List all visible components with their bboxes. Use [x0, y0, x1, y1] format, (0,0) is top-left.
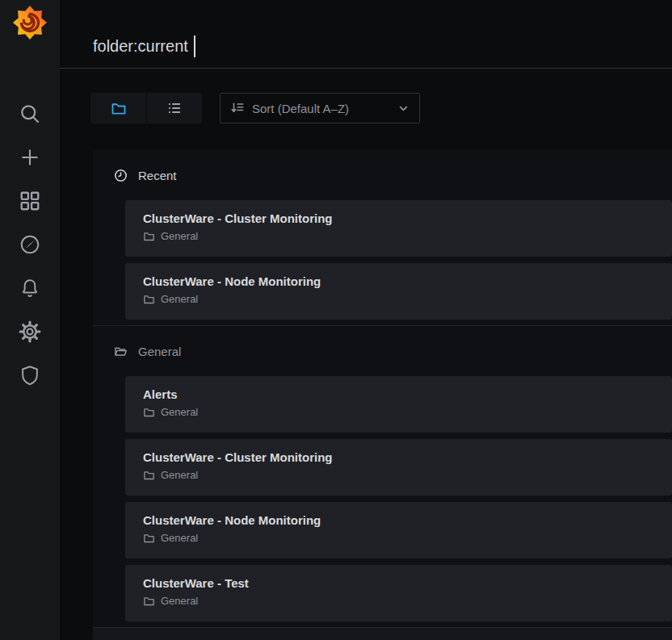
dashboard-card[interactable]: ClusterWare - Cluster Monitoring General — [125, 439, 672, 496]
dashboard-card[interactable]: ClusterWare - Test General — [125, 565, 672, 621]
sidebar-item-alerting[interactable] — [19, 277, 41, 299]
grafana-flame-icon — [11, 4, 48, 41]
section-label: Recent — [138, 169, 177, 182]
grafana-app: folder:current — [0, 0, 672, 640]
dashboard-title: ClusterWare - Cluster Monitoring — [143, 211, 659, 226]
dashboard-folder-tag: General — [143, 532, 659, 544]
dashboard-folder-tag: General — [143, 595, 659, 607]
sidebar-item-explore[interactable] — [19, 233, 41, 256]
sidebar-item-configuration[interactable] — [19, 320, 41, 343]
dashboards-grid-icon — [19, 190, 41, 212]
folder-name: General — [161, 595, 198, 607]
folder-icon — [143, 595, 155, 607]
sidebar-item-server-admin[interactable] — [19, 364, 41, 387]
sort-amount-down-icon — [230, 101, 245, 115]
folder-icon — [143, 469, 155, 481]
dashboard-title: ClusterWare - Node Monitoring — [143, 512, 659, 528]
sidebar-item-search[interactable] — [19, 102, 41, 125]
folder-name: General — [161, 230, 198, 242]
dashboard-title: ClusterWare - Test — [143, 575, 659, 591]
layout-toggle — [90, 93, 202, 123]
section-items: ClusterWare - Cluster Monitoring General… — [125, 200, 672, 325]
dashboard-title: ClusterWare - Cluster Monitoring — [143, 450, 659, 465]
folder-icon — [143, 406, 155, 418]
section-label: General — [138, 345, 181, 358]
shield-icon — [19, 364, 41, 387]
folder-icon — [143, 293, 155, 305]
dashboard-folder-tag: General — [143, 293, 659, 305]
sort-dropdown[interactable]: Sort (Default A–Z) — [220, 93, 420, 123]
dashboard-card[interactable]: ClusterWare - Node Monitoring General — [125, 502, 672, 558]
search-screen: folder:current — [60, 0, 672, 640]
bell-icon — [19, 277, 41, 299]
list-icon — [166, 100, 183, 116]
sort-label: Sort (Default A–Z) — [252, 102, 349, 115]
section-header-general[interactable]: General — [93, 326, 672, 376]
section-header-recent[interactable]: Recent — [93, 150, 672, 200]
next-section-partial — [93, 627, 672, 640]
sidebar — [0, 0, 60, 640]
folder-icon — [143, 532, 155, 544]
folders-view-button[interactable] — [90, 93, 146, 123]
list-view-button[interactable] — [146, 93, 202, 123]
plus-icon — [19, 146, 41, 169]
section-general: General Alerts General ClusterWare - Clu… — [93, 325, 672, 627]
dashboard-folder-tag: General — [143, 406, 659, 418]
search-icon — [19, 102, 41, 125]
section-recent: Recent ClusterWare - Cluster Monitoring … — [93, 150, 672, 325]
search-results: Recent ClusterWare - Cluster Monitoring … — [93, 150, 672, 640]
dashboard-title: ClusterWare - Node Monitoring — [143, 274, 659, 289]
compass-icon — [19, 233, 41, 256]
folder-name: General — [161, 532, 198, 544]
dashboard-folder-tag: General — [143, 230, 659, 242]
folder-icon — [111, 100, 127, 116]
folder-icon — [143, 230, 155, 242]
dashboard-card[interactable]: ClusterWare - Node Monitoring General — [125, 263, 672, 320]
search-bar: folder:current — [60, 0, 672, 69]
section-items: Alerts General ClusterWare - Cluster Mon… — [125, 376, 672, 627]
sidebar-item-dashboards[interactable] — [19, 190, 41, 212]
folder-name: General — [161, 469, 198, 481]
search-query-text: folder:current — [93, 37, 188, 56]
grafana-logo[interactable] — [11, 4, 48, 41]
sidebar-item-create[interactable] — [19, 146, 41, 169]
search-toolbar: Sort (Default A–Z) — [90, 93, 672, 123]
dashboard-title: Alerts — [143, 387, 659, 402]
text-caret — [194, 36, 195, 57]
dashboard-folder-tag: General — [143, 469, 659, 481]
sidebar-nav — [19, 102, 41, 387]
folder-name: General — [161, 293, 198, 305]
search-input[interactable]: folder:current — [93, 36, 416, 57]
gear-icon — [19, 320, 41, 343]
dashboard-card[interactable]: ClusterWare - Cluster Monitoring General — [125, 200, 672, 257]
folder-open-icon — [114, 345, 128, 358]
clock-icon — [114, 169, 128, 182]
folder-name: General — [161, 406, 198, 418]
chevron-down-icon — [397, 102, 410, 115]
dashboard-card[interactable]: Alerts General — [125, 376, 672, 433]
